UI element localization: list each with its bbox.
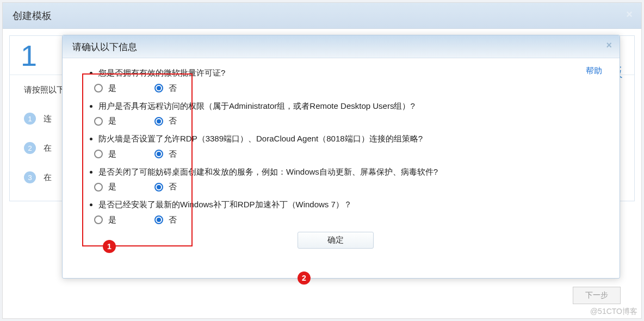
question-item: 是否关闭了可能妨碍桌面创建和发放的服务，例如：Windows自动更新、屏幕保护、… xyxy=(98,165,596,193)
question-text: 是否关闭了可能妨碍桌面创建和发放的服务，例如：Windows自动更新、屏幕保护、… xyxy=(98,165,596,179)
wizard-close-icon[interactable]: × xyxy=(626,8,633,21)
modal-title: 请确认以下信息 xyxy=(72,42,137,52)
option-yes[interactable]: 是 xyxy=(94,215,116,225)
option-no[interactable]: 否 xyxy=(154,149,177,159)
step-badge: 1 xyxy=(24,113,36,125)
radio-icon[interactable] xyxy=(154,215,163,224)
question-text: 是否已经安装了最新的Windows补丁和RDP加速补丁（Windows 7）？ xyxy=(98,197,596,212)
option-no-label: 否 xyxy=(169,215,177,225)
option-no-label: 否 xyxy=(169,182,177,192)
option-no[interactable]: 否 xyxy=(154,83,177,94)
radio-icon[interactable] xyxy=(154,84,163,92)
option-yes[interactable]: 是 xyxy=(94,83,116,94)
help-link[interactable]: 帮助 xyxy=(586,66,602,76)
question-list: 您是否拥有有效的微软批量许可证?是否用户是否具有远程访问的权限（属于Admini… xyxy=(82,66,596,225)
annotation-marker-1: 1 xyxy=(103,240,116,253)
option-no[interactable]: 否 xyxy=(154,116,177,126)
option-no-label: 否 xyxy=(169,83,177,94)
radio-icon[interactable] xyxy=(154,150,163,158)
option-yes-label: 是 xyxy=(108,149,116,159)
option-yes-label: 是 xyxy=(108,215,116,225)
question-text: 您是否拥有有效的微软批量许可证? xyxy=(98,66,596,80)
confirm-modal: 请确认以下信息 × 帮助 您是否拥有有效的微软批量许可证?是否用户是否具有远程访… xyxy=(62,35,620,279)
radio-icon[interactable] xyxy=(94,84,103,92)
question-item: 是否已经安装了最新的Windows补丁和RDP加速补丁（Windows 7）？是… xyxy=(98,197,596,225)
radio-icon[interactable] xyxy=(94,150,103,158)
step-badge: 3 xyxy=(24,171,36,183)
option-yes[interactable]: 是 xyxy=(94,149,116,159)
option-yes-label: 是 xyxy=(108,83,116,94)
watermark: @51CTO博客 xyxy=(590,307,637,317)
wizard-title-bar: 创建模板 × xyxy=(3,3,641,29)
step-badge: 2 xyxy=(24,142,36,154)
next-button[interactable]: 下一步 xyxy=(573,287,621,304)
option-no[interactable]: 否 xyxy=(154,215,177,225)
radio-icon[interactable] xyxy=(154,117,163,126)
modal-close-icon[interactable]: × xyxy=(606,40,612,51)
question-text: 防火墙是否设置了允许RDP（3389端口）、DoraCloud Agent（80… xyxy=(98,132,596,146)
option-no[interactable]: 否 xyxy=(154,182,177,192)
option-yes-label: 是 xyxy=(108,116,116,126)
option-no-label: 否 xyxy=(169,149,177,159)
step-number: 1 xyxy=(21,39,37,72)
confirm-button[interactable]: 确定 xyxy=(298,232,374,249)
radio-icon[interactable] xyxy=(94,215,103,224)
option-yes-label: 是 xyxy=(108,182,116,192)
question-item: 防火墙是否设置了允许RDP（3389端口）、DoraCloud Agent（80… xyxy=(98,132,596,159)
radio-icon[interactable] xyxy=(94,183,103,192)
modal-title-bar: 请确认以下信息 × xyxy=(63,35,620,58)
wizard-title: 创建模板 xyxy=(13,10,52,21)
option-yes[interactable]: 是 xyxy=(94,116,116,126)
question-item: 用户是否具有远程访问的权限（属于Administrator组，或者Remote … xyxy=(98,99,596,127)
option-yes[interactable]: 是 xyxy=(94,182,116,192)
option-no-label: 否 xyxy=(169,116,177,126)
radio-icon[interactable] xyxy=(154,183,163,192)
radio-icon[interactable] xyxy=(94,117,103,126)
question-item: 您是否拥有有效的微软批量许可证?是否 xyxy=(98,66,596,94)
question-text: 用户是否具有远程访问的权限（属于Administrator组，或者Remote … xyxy=(98,99,596,113)
